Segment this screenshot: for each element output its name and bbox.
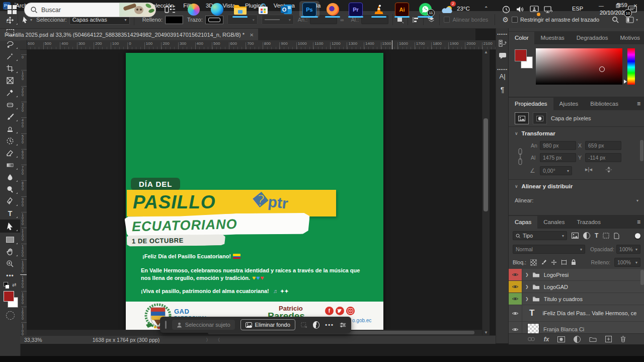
- edit-toolbar-icon[interactable]: •••: [0, 270, 20, 282]
- language-indicator[interactable]: ESP: [572, 6, 583, 12]
- layer-row-logogad[interactable]: ❯ LogoGAD: [509, 281, 644, 293]
- photoshop-button-active[interactable]: Ps: [299, 1, 319, 18]
- vlc-button[interactable]: [369, 1, 389, 18]
- character-panel-icon[interactable]: A|: [496, 73, 509, 80]
- tab-close-icon[interactable]: ✕: [250, 32, 254, 38]
- dodge-tool[interactable]: [0, 183, 20, 195]
- adjustments-icon[interactable]: [313, 321, 319, 329]
- more-options-icon[interactable]: •••: [325, 322, 334, 328]
- align-options-chevron-icon[interactable]: ▾: [636, 198, 638, 203]
- microsoft-store-button[interactable]: [253, 1, 273, 18]
- default-colors-icon[interactable]: [4, 282, 9, 288]
- color-field[interactable]: [536, 48, 622, 85]
- taskbar-drag-handle-icon[interactable]: [165, 321, 167, 329]
- clock[interactable]: 9:59 20/10/2025: [591, 2, 627, 16]
- whatsapp-button[interactable]: 11: [415, 1, 435, 18]
- ruler-horizontal[interactable]: 6005004003002001000100200300400500600700…: [20, 40, 496, 50]
- tool-preset-chevron-icon[interactable]: ▾: [30, 18, 32, 22]
- path-selection-tool-selected[interactable]: [0, 220, 20, 233]
- visibility-eye-icon[interactable]: [509, 322, 522, 333]
- tab-propiedades[interactable]: Propiedades: [509, 98, 553, 110]
- filter-pixel-layers-icon[interactable]: [572, 233, 579, 239]
- zoom-tool[interactable]: [0, 258, 20, 270]
- panel-grip[interactable]: ••••••: [496, 32, 509, 36]
- gradient-tool[interactable]: [0, 159, 20, 171]
- outlook-button[interactable]: O: [276, 1, 296, 18]
- magic-wand-tool[interactable]: [0, 50, 20, 62]
- filter-adjustment-layers-icon[interactable]: [583, 232, 590, 239]
- visibility-eye-icon[interactable]: [509, 305, 522, 321]
- marquee-tool[interactable]: [0, 26, 20, 38]
- tab-motivos[interactable]: Motivos: [614, 32, 644, 44]
- illustrator-button[interactable]: Ai: [392, 1, 412, 18]
- swap-colors-icon[interactable]: ⇄: [12, 282, 16, 287]
- flip-vertical-icon[interactable]: [605, 166, 612, 173]
- history-panel-icon[interactable]: [496, 39, 509, 47]
- pixel-layer-icon[interactable]: [515, 112, 529, 124]
- zoom-level[interactable]: 33,33%: [24, 337, 42, 343]
- layers-scroll-thumb[interactable]: [640, 270, 644, 285]
- new-adjustment-layer-icon[interactable]: [574, 336, 581, 343]
- pen-tool[interactable]: [0, 195, 20, 207]
- temperature-label[interactable]: 23°C: [457, 6, 470, 12]
- ruler-vertical[interactable]: 0100200300400500600700800900100011001200…: [20, 49, 27, 335]
- lock-pixels-icon[interactable]: [541, 259, 547, 265]
- tab-trazados[interactable]: Trazados: [571, 216, 607, 229]
- group-expand-icon[interactable]: ❯: [525, 272, 529, 277]
- color-field-marker[interactable]: [599, 66, 605, 72]
- visibility-eye-icon[interactable]: [509, 293, 522, 305]
- tab-capas[interactable]: Capas: [509, 216, 537, 229]
- hue-slider[interactable]: [627, 48, 635, 85]
- filter-smart-objects-icon[interactable]: [614, 233, 619, 239]
- delete-layer-icon[interactable]: [620, 336, 626, 342]
- tray-network-icon[interactable]: [541, 1, 555, 18]
- frame-tool[interactable]: [0, 75, 20, 87]
- eyedropper-tool[interactable]: [0, 87, 20, 99]
- vertical-scrollbar[interactable]: ▲ ▼: [482, 49, 490, 335]
- properties-sliders-icon[interactable]: [340, 322, 346, 328]
- search-icon[interactable]: [612, 16, 619, 23]
- scroll-down-icon[interactable]: ▼: [482, 330, 490, 335]
- status-expand-icon[interactable]: 〉: [206, 337, 210, 343]
- link-layers-icon[interactable]: [527, 337, 535, 341]
- crop-tool[interactable]: [0, 62, 20, 75]
- visibility-eye-icon[interactable]: [509, 281, 522, 293]
- panel-menu-icon[interactable]: ≡: [637, 219, 640, 226]
- filter-shape-layers-icon[interactable]: [603, 233, 609, 239]
- path-selection-tool-icon[interactable]: [22, 16, 28, 23]
- canvas-pasteboard[interactable]: DÍA DEL PASILLO �ptr ECUATORIANO 1 DE OC…: [27, 49, 482, 335]
- history-brush-tool[interactable]: [0, 135, 20, 147]
- taskbar-search[interactable]: Buscar: [24, 3, 156, 17]
- remove-background-button[interactable]: Eliminar fondo: [240, 319, 295, 330]
- layer-row-logopresi[interactable]: ❯ LogoPresi: [509, 269, 644, 281]
- add-mask-icon[interactable]: [557, 336, 565, 342]
- shape-rectangle-tool[interactable]: [0, 234, 20, 246]
- brush-tool[interactable]: [0, 111, 20, 123]
- foreground-color-swatch[interactable]: [4, 291, 14, 302]
- layer-filter-dropdown[interactable]: Tipo▾: [513, 231, 567, 240]
- group-expand-icon[interactable]: ❯: [525, 284, 529, 289]
- copilot-button[interactable]: [184, 1, 204, 18]
- link-dimensions-icon[interactable]: [518, 148, 523, 165]
- filter-type-layers-icon[interactable]: T: [595, 232, 598, 239]
- blur-tool[interactable]: [0, 171, 20, 183]
- transform-section-header[interactable]: ∨Transformar: [509, 127, 644, 140]
- file-explorer-button[interactable]: [230, 1, 250, 18]
- filter-toggle[interactable]: [635, 233, 640, 239]
- comments-panel-icon[interactable]: [496, 52, 509, 59]
- new-group-icon[interactable]: [589, 336, 597, 342]
- firefox-button[interactable]: [323, 1, 343, 18]
- tray-expand-chevron-icon[interactable]: ⌃: [484, 6, 488, 11]
- lock-transparency-icon[interactable]: [530, 259, 537, 266]
- color-foreground-swatch[interactable]: [515, 49, 527, 61]
- tab-degradados[interactable]: Degradados: [571, 32, 614, 44]
- panel-grip[interactable]: ••••••: [496, 67, 509, 71]
- layer-row-titulo[interactable]: ❯ Titulo y cuadros: [509, 293, 644, 305]
- healing-patch-tool[interactable]: [0, 99, 20, 111]
- type-tool[interactable]: T: [0, 207, 20, 220]
- group-expand-icon[interactable]: ❯: [525, 297, 529, 301]
- tab-canales[interactable]: Canales: [537, 216, 571, 229]
- hue-slider-marker[interactable]: [624, 80, 627, 84]
- tray-screencast-icon[interactable]: [527, 1, 541, 18]
- eraser-tool[interactable]: [0, 147, 20, 159]
